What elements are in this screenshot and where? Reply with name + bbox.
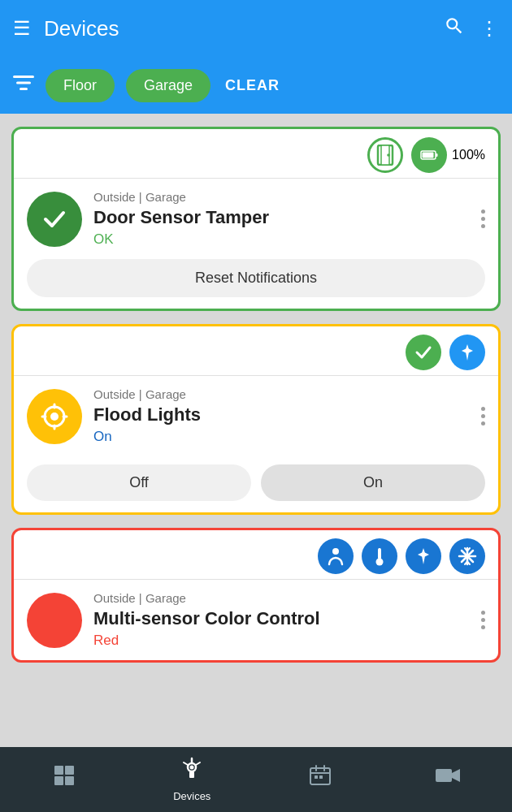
thermometer-icon-multi [362, 538, 397, 574]
more-options-icon[interactable]: ⋮ [479, 17, 499, 40]
svg-rect-2 [20, 88, 28, 90]
bottom-navigation: Devices [0, 747, 512, 812]
svg-rect-28 [65, 766, 74, 775]
filter-icon [13, 74, 34, 97]
svg-rect-27 [54, 766, 63, 775]
sparkle-icon-multi [406, 538, 441, 574]
svg-rect-29 [54, 776, 63, 785]
page-title: Devices [44, 16, 444, 41]
device-info-multi: Outside | Garage Multi-sensor Color Cont… [93, 591, 470, 649]
flood-on-button[interactable]: On [261, 464, 485, 501]
calendar-icon [309, 764, 332, 793]
svg-rect-33 [189, 771, 194, 778]
nav-label-devices: Devices [173, 790, 210, 802]
svg-rect-8 [436, 153, 438, 157]
svg-point-10 [50, 412, 59, 421]
card-icons-flood-lights [14, 326, 498, 375]
device-location-multi: Outside | Garage [93, 591, 470, 605]
svg-rect-18 [379, 548, 380, 559]
svg-rect-0 [13, 76, 34, 78]
filter-chip-floor[interactable]: Floor [46, 69, 115, 102]
svg-point-5 [387, 153, 390, 157]
card-icons-multi [14, 530, 498, 579]
device-name-multi: Multi-sensor Color Control [93, 608, 470, 629]
battery-info: 100% [411, 137, 485, 173]
device-name-flood: Flood Lights [93, 404, 470, 425]
device-status-circle-multi [27, 593, 82, 648]
device-more-icon-door-sensor[interactable] [481, 209, 485, 228]
svg-point-15 [332, 548, 339, 555]
device-card-flood-lights: Outside | Garage Flood Lights On Off On [11, 324, 501, 515]
flood-buttons-row: Off On [14, 456, 498, 512]
svg-rect-7 [423, 153, 434, 158]
device-card-multi-sensor: Outside | Garage Multi-sensor Color Cont… [11, 528, 501, 663]
device-info-flood: Outside | Garage Flood Lights On [93, 387, 470, 445]
card-main-door-sensor: Outside | Garage Door Sensor Tamper OK [14, 179, 498, 259]
svg-rect-39 [319, 775, 323, 779]
svg-rect-30 [65, 776, 74, 785]
svg-rect-38 [315, 775, 318, 779]
nav-item-calendar[interactable] [296, 764, 345, 796]
header-actions: ⋮ [444, 15, 499, 41]
battery-icon [411, 137, 447, 173]
card-main-flood-lights: Outside | Garage Flood Lights On [14, 376, 498, 456]
devices-icon [180, 757, 204, 787]
svg-rect-1 [16, 82, 31, 84]
device-status-multi: Red [93, 633, 470, 649]
menu-icon[interactable]: ☰ [13, 19, 31, 38]
search-icon[interactable] [444, 15, 465, 41]
device-card-door-sensor: 100% Outside | Garage Door Sensor Tamper… [11, 127, 501, 311]
devices-list: 100% Outside | Garage Door Sensor Tamper… [0, 114, 512, 747]
filter-bar: Floor Garage CLEAR [0, 57, 512, 114]
device-more-icon-flood[interactable] [481, 407, 485, 425]
filter-chip-garage[interactable]: Garage [126, 69, 210, 102]
battery-percent: 100% [452, 148, 485, 162]
sparkle-icon-flood [449, 335, 485, 370]
flood-off-button[interactable]: Off [27, 464, 251, 501]
clear-filters-button[interactable]: CLEAR [225, 77, 280, 94]
nav-item-home[interactable] [40, 763, 89, 797]
nav-item-devices[interactable]: Devices [167, 757, 216, 802]
device-info-door-sensor: Outside | Garage Door Sensor Tamper OK [93, 190, 470, 248]
svg-rect-40 [436, 769, 452, 782]
reset-btn-row: Reset Notifications [14, 259, 498, 309]
device-status-circle-flood[interactable] [27, 389, 82, 444]
door-icon [367, 137, 403, 173]
svg-point-32 [190, 766, 194, 770]
device-location-door-sensor: Outside | Garage [93, 190, 470, 204]
check-icon-flood [406, 335, 441, 370]
device-location-flood: Outside | Garage [93, 387, 470, 401]
device-status-door-sensor: OK [93, 231, 470, 248]
reset-notifications-button[interactable]: Reset Notifications [27, 259, 485, 297]
device-status-flood: On [93, 429, 470, 445]
card-main-multi: Outside | Garage Multi-sensor Color Cont… [14, 580, 498, 660]
snowflake-icon-multi [449, 538, 485, 574]
header: ☰ Devices ⋮ [0, 0, 512, 57]
person-icon-multi [318, 538, 354, 574]
nav-item-camera[interactable] [423, 765, 472, 795]
camera-icon [435, 765, 461, 792]
card-icons-door-sensor: 100% [14, 129, 498, 178]
home-icon [52, 763, 76, 793]
device-status-circle-door-sensor [27, 192, 82, 247]
device-name-door-sensor: Door Sensor Tamper [93, 207, 470, 228]
device-more-icon-multi[interactable] [481, 611, 485, 629]
